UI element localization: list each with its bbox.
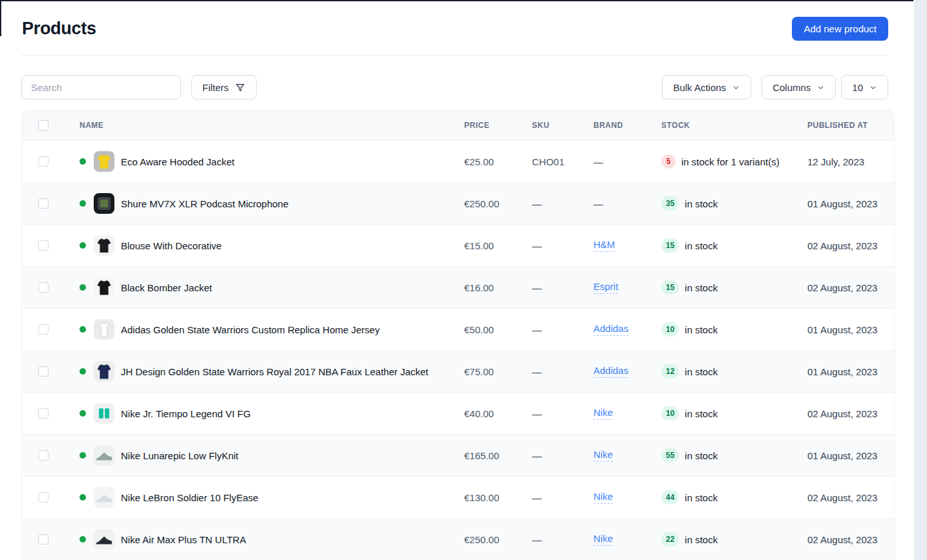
columns-dropdown[interactable]: Columns xyxy=(762,75,836,99)
product-name: Black Bomber Jacket xyxy=(121,282,212,293)
header-checkbox-cell xyxy=(22,120,80,130)
brand-link[interactable]: Addidas xyxy=(593,323,628,336)
product-name-cell: Nike Lunarepic Low FlyKnit xyxy=(80,445,464,466)
table-body: Eco Aware Hooded Jacket€25.00CHO01—5in s… xyxy=(22,141,894,560)
stock-label: in stock xyxy=(685,366,718,377)
brand-cell: Nike xyxy=(593,491,661,504)
row-checkbox[interactable] xyxy=(38,240,48,251)
row-checkbox-cell xyxy=(22,324,80,335)
bulk-actions-dropdown[interactable]: Bulk Actions xyxy=(662,75,751,99)
sku-value: CHO01 xyxy=(532,156,564,167)
sku-cell: — xyxy=(532,492,593,503)
select-all-checkbox[interactable] xyxy=(38,120,48,130)
published-at-cell: 02 August, 2023 xyxy=(807,492,894,503)
price-cell: €250.00 xyxy=(464,198,532,209)
table-row[interactable]: JH Design Golden State Warriors Royal 20… xyxy=(22,351,894,393)
table-row[interactable]: Black Bomber Jacket€16.00—Esprit15in sto… xyxy=(22,267,894,309)
status-dot xyxy=(80,326,86,333)
table-row[interactable]: Nike Jr. Tiempo Legend VI FG€40.00—Nike1… xyxy=(22,393,894,435)
published-date: 12 July, 2023 xyxy=(807,156,864,167)
published-at-cell: 01 August, 2023 xyxy=(807,450,894,461)
page-size-dropdown[interactable]: 10 xyxy=(841,75,888,99)
stock-cell: 10in stock xyxy=(661,406,807,420)
product-thumbnail xyxy=(94,319,114,340)
stock-label: in stock xyxy=(685,198,718,209)
stock-count-badge: 55 xyxy=(661,448,679,462)
brand-link[interactable]: Nike xyxy=(593,491,613,504)
row-checkbox[interactable] xyxy=(38,366,48,377)
price-value: €40.00 xyxy=(464,408,494,419)
table-row[interactable]: Shure MV7X XLR Podcast Microphone€250.00… xyxy=(22,183,894,225)
price-cell: €165.00 xyxy=(464,450,532,461)
chevron-down-icon xyxy=(869,83,877,92)
product-name-cell: Adidas Golden State Warriors Custom Repl… xyxy=(80,319,464,340)
price-cell: €15.00 xyxy=(464,240,532,251)
table-row[interactable]: Nike Lunarepic Low FlyKnit€165.00—Nike55… xyxy=(22,435,894,477)
sku-value: — xyxy=(532,366,542,377)
scrollbar-track[interactable] xyxy=(914,0,927,560)
stock-cell: 15in stock xyxy=(661,280,807,295)
table-row[interactable]: Nike Air Max Plus TN ULTRA€250.00—Nike22… xyxy=(22,519,894,560)
products-table: NAME PRICE SKU BRAND STOCK PUBLISHED AT … xyxy=(21,110,895,560)
page-title: Products xyxy=(22,19,96,39)
row-checkbox-cell xyxy=(22,534,80,544)
table-row[interactable]: Adidas Golden State Warriors Custom Repl… xyxy=(22,309,894,351)
product-name-cell: Nike Jr. Tiempo Legend VI FG xyxy=(80,403,464,424)
brand-link[interactable]: Addidas xyxy=(593,365,628,378)
sku-cell: — xyxy=(532,198,593,209)
table-row[interactable]: Nike LeBron Soldier 10 FlyEase€130.00—Ni… xyxy=(22,477,894,519)
row-checkbox[interactable] xyxy=(38,408,48,419)
brand-cell: Addidas xyxy=(593,323,661,336)
product-thumbnail xyxy=(94,361,114,382)
price-value: €130.00 xyxy=(464,492,499,503)
add-new-product-button[interactable]: Add new product xyxy=(792,17,888,41)
sku-value: — xyxy=(532,492,542,503)
price-cell: €130.00 xyxy=(464,492,532,503)
row-checkbox[interactable] xyxy=(38,492,48,503)
row-checkbox[interactable] xyxy=(38,198,48,209)
product-name-cell: Blouse With Decorative xyxy=(80,235,464,256)
column-header-price: PRICE xyxy=(464,121,532,130)
row-checkbox[interactable] xyxy=(38,324,48,335)
published-date: 01 August, 2023 xyxy=(807,324,877,335)
product-thumbnail xyxy=(94,151,114,172)
row-checkbox[interactable] xyxy=(38,156,48,167)
brand-link[interactable]: H&M xyxy=(593,239,615,252)
brand-cell: Nike xyxy=(593,449,661,462)
brand-cell: Nike xyxy=(593,407,661,420)
row-checkbox[interactable] xyxy=(38,450,48,461)
row-checkbox-cell xyxy=(22,408,80,419)
table-row[interactable]: Blouse With Decorative€15.00—H&M15in sto… xyxy=(22,225,894,267)
stock-label: in stock xyxy=(685,324,718,335)
stock-cell: 10in stock xyxy=(661,322,807,337)
published-at-cell: 01 August, 2023 xyxy=(807,366,894,377)
brand-link[interactable]: Esprit xyxy=(593,281,618,294)
stock-count-badge: 15 xyxy=(661,280,679,295)
price-cell: €40.00 xyxy=(464,408,532,419)
filters-button[interactable]: Filters xyxy=(191,75,257,99)
row-checkbox-cell xyxy=(22,492,80,503)
sku-value: — xyxy=(532,324,542,335)
table-row[interactable]: Eco Aware Hooded Jacket€25.00CHO01—5in s… xyxy=(22,141,894,183)
brand-link[interactable]: Nike xyxy=(593,407,613,420)
sku-value: — xyxy=(532,240,542,251)
price-value: €16.00 xyxy=(464,282,494,293)
price-value: €250.00 xyxy=(464,198,499,209)
row-checkbox[interactable] xyxy=(38,282,48,293)
price-cell: €16.00 xyxy=(464,282,532,293)
brand-empty: — xyxy=(593,198,603,209)
search-input[interactable] xyxy=(21,75,181,99)
published-at-cell: 02 August, 2023 xyxy=(807,408,894,419)
product-thumbnail xyxy=(94,487,114,508)
row-checkbox[interactable] xyxy=(38,534,48,544)
brand-link[interactable]: Nike xyxy=(593,449,613,462)
brand-link[interactable]: Nike xyxy=(593,533,613,546)
published-date: 02 August, 2023 xyxy=(807,534,877,545)
product-name-cell: Eco Aware Hooded Jacket xyxy=(80,151,464,172)
row-checkbox-cell xyxy=(22,366,80,377)
page-header: Products Add new product xyxy=(22,16,888,41)
sku-value: — xyxy=(532,408,542,419)
product-name: Nike Jr. Tiempo Legend VI FG xyxy=(121,408,251,419)
price-value: €50.00 xyxy=(464,324,494,335)
product-thumbnail xyxy=(94,235,114,256)
